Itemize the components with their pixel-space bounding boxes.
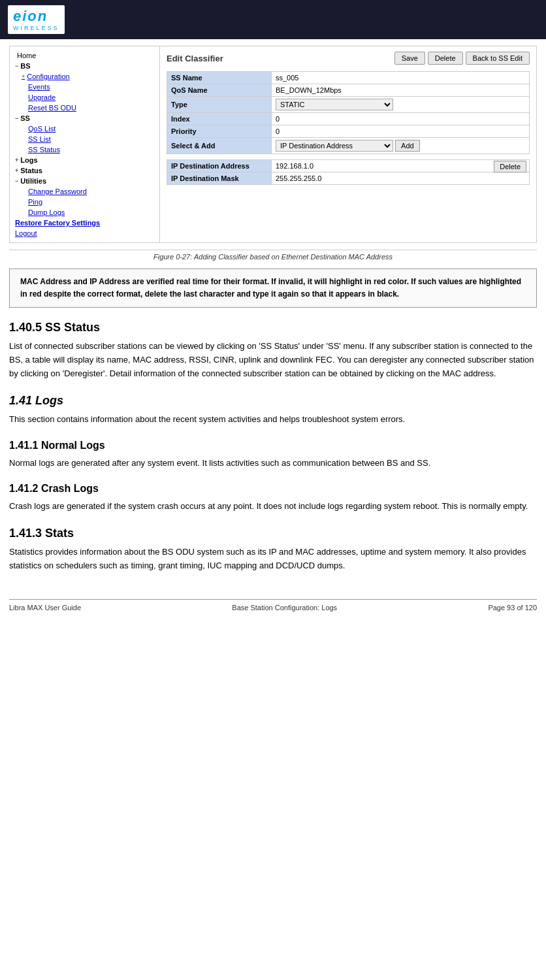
sidebar-item-configuration[interactable]: + Configuration <box>10 71 159 82</box>
add-button[interactable]: Add <box>395 140 420 152</box>
sidebar-item-home[interactable]: Home <box>10 50 159 61</box>
sidebar-label-dump-logs: Dump Logs <box>28 208 65 216</box>
sidebar-item-reset-bs-odu[interactable]: Reset BS ODU <box>10 103 159 113</box>
table-row-ip-dest-addr: IP Destination Address 192.168.1.0 Delet… <box>167 160 530 172</box>
sidebar-item-ss-status[interactable]: SS Status <box>10 144 159 155</box>
sidebar-label-logs: Logs <box>20 156 37 164</box>
expand-icon-utilities: − <box>15 178 18 184</box>
sidebar-label-qos-list: QoS List <box>28 125 56 133</box>
sidebar-item-change-password[interactable]: Change Password <box>10 186 159 197</box>
value-ip-dest-addr: 192.168.1.0 Delete <box>272 160 530 172</box>
sidebar-item-logs[interactable]: + Logs <box>10 155 159 165</box>
footer-right: Page 93 of 120 <box>488 604 537 612</box>
heading-crash-logs: 1.41.2 Crash Logs <box>9 483 537 495</box>
type-select[interactable]: STATIC <box>276 99 393 110</box>
heading-normal-logs: 1.41.1 Normal Logs <box>9 440 537 451</box>
value-ip-dest-mask: 255.255.255.0 <box>272 172 530 185</box>
logo-box: eion WIRELESS <box>8 5 65 34</box>
logo-area: eion WIRELESS <box>8 5 65 34</box>
label-ip-dest-mask: IP Destination Mask <box>167 172 272 185</box>
sidebar-item-status[interactable]: + Status <box>10 165 159 176</box>
expand-icon-config: + <box>22 73 25 80</box>
section-normal-logs: 1.41.1 Normal Logs Normal logs are gener… <box>9 440 537 470</box>
sidebar-label-utilities: Utilities <box>20 177 46 185</box>
sidebar-item-qos-list[interactable]: QoS List <box>10 123 159 134</box>
footer-left: Libra MAX User Guide <box>9 604 81 612</box>
expand-icon-bs: − <box>15 63 18 69</box>
table-row-type: Type STATIC <box>167 97 530 113</box>
sidebar-item-upgrade[interactable]: Upgrade <box>10 92 159 103</box>
address-form-table: IP Destination Address 192.168.1.0 Delet… <box>167 159 530 185</box>
table-row-index: Index 0 <box>167 113 530 125</box>
table-row-ssname: SS Name ss_005 <box>167 72 530 84</box>
table-row-select-add: Select & Add IP Destination Address Add <box>167 138 530 154</box>
sidebar-label-configuration: Configuration <box>27 73 69 80</box>
figure-caption: Figure 0-27: Adding Classifier based on … <box>9 250 537 261</box>
sidebar-label-bs: BS <box>20 62 30 70</box>
value-qos-name: BE_DOWN_12Mbps <box>272 84 530 97</box>
sidebar-label-logout: Logout <box>15 229 37 237</box>
sidebar-item-ss-list[interactable]: SS List <box>10 134 159 144</box>
panel-btn-group: Save Delete Back to SS Edit <box>394 52 530 65</box>
label-ss-name: SS Name <box>167 72 272 84</box>
note-box: MAC Address and IP Address are verified … <box>9 269 537 308</box>
table-row-qosname: QoS Name BE_DOWN_12Mbps <box>167 84 530 97</box>
label-priority: Priority <box>167 125 272 138</box>
sidebar-item-ss[interactable]: − SS <box>10 113 159 123</box>
sidebar-label-ping: Ping <box>28 198 42 206</box>
table-row-priority: Priority 0 <box>167 125 530 138</box>
sidebar-label-events: Events <box>28 83 50 91</box>
sidebar-label-ss-status: SS Status <box>28 146 60 154</box>
label-type: Type <box>167 97 272 113</box>
body-stats: Statistics provides information about th… <box>9 546 537 573</box>
expand-icon-ss: − <box>15 115 18 122</box>
table-row-ip-dest-mask: IP Destination Mask 255.255.255.0 <box>167 172 530 185</box>
body-ss-status: List of connected subscriber stations ca… <box>9 340 537 380</box>
heading-stats: 1.41.3 Stats <box>9 527 537 540</box>
delete-button[interactable]: Delete <box>428 52 463 65</box>
screenshot-box: Home − BS + Configuration Events Upgrade… <box>9 46 537 243</box>
value-priority: 0 <box>272 125 530 138</box>
footer: Libra MAX User Guide Base Station Config… <box>9 599 537 612</box>
value-index: 0 <box>272 113 530 125</box>
sidebar-label-upgrade: Upgrade <box>28 93 56 101</box>
sidebar-label-reset-bs-odu: Reset BS ODU <box>28 104 76 112</box>
sidebar-label-home: Home <box>17 52 36 59</box>
panel-title: Edit Classifier <box>167 54 223 63</box>
section-crash-logs: 1.41.2 Crash Logs Crash logs are generat… <box>9 483 537 514</box>
value-ss-name: ss_005 <box>272 72 530 84</box>
sidebar-label-ss-list: SS List <box>28 135 51 143</box>
sidebar-label-ss: SS <box>20 114 30 122</box>
note-text: MAC Address and IP Address are verified … <box>20 276 526 301</box>
form-table: SS Name ss_005 QoS Name BE_DOWN_12Mbps T… <box>167 71 530 154</box>
main-content: Home − BS + Configuration Events Upgrade… <box>0 39 546 618</box>
back-to-ss-edit-button[interactable]: Back to SS Edit <box>466 52 530 65</box>
section-logs: 1.41 Logs This section contains informat… <box>9 394 537 427</box>
sidebar-item-restore-factory[interactable]: Restore Factory Settings <box>10 218 159 228</box>
section-stats: 1.41.3 Stats Statistics provides informa… <box>9 527 537 573</box>
value-select-add: IP Destination Address Add <box>272 138 530 154</box>
sidebar: Home − BS + Configuration Events Upgrade… <box>10 46 160 242</box>
sidebar-label-status: Status <box>20 167 42 174</box>
heading-ss-status: 1.40.5 SS Status <box>9 321 537 335</box>
save-button[interactable]: Save <box>394 52 425 65</box>
panel-header: Edit Classifier Save Delete Back to SS E… <box>167 52 530 65</box>
footer-center: Base Station Configuration: Logs <box>232 604 337 612</box>
section-ss-status: 1.40.5 SS Status List of connected subsc… <box>9 321 537 380</box>
sidebar-item-dump-logs[interactable]: Dump Logs <box>10 207 159 218</box>
sidebar-label-restore-factory: Restore Factory Settings <box>15 219 100 227</box>
header: eion WIRELESS <box>0 0 546 39</box>
sidebar-item-utilities[interactable]: − Utilities <box>10 176 159 186</box>
label-ip-dest-addr: IP Destination Address <box>167 160 272 172</box>
body-normal-logs: Normal logs are generated after any syst… <box>9 457 537 470</box>
heading-logs: 1.41 Logs <box>9 394 537 408</box>
sidebar-item-events[interactable]: Events <box>10 82 159 92</box>
sidebar-item-bs[interactable]: − BS <box>10 61 159 71</box>
body-crash-logs: Crash logs are generated if the system c… <box>9 500 537 514</box>
label-select-add: Select & Add <box>167 138 272 154</box>
sidebar-item-ping[interactable]: Ping <box>10 197 159 207</box>
sidebar-item-logout[interactable]: Logout <box>10 228 159 238</box>
delete-addr-button[interactable]: Delete <box>494 161 526 172</box>
logo-text: eion <box>13 8 48 24</box>
select-add-dropdown[interactable]: IP Destination Address <box>276 140 393 152</box>
